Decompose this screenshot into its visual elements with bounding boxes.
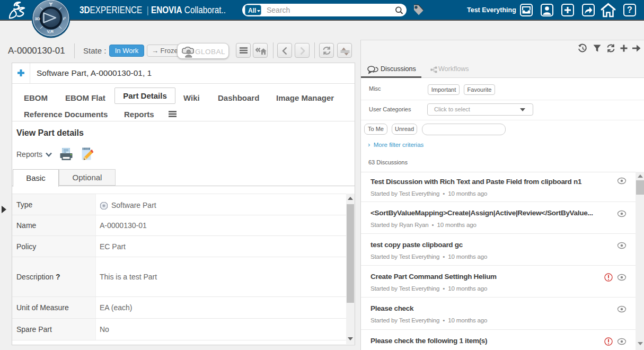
svg-text:3D: 3D [35,16,40,21]
svg-text:V,R: V,R [47,29,54,34]
svg-text:i²: i² [63,16,66,21]
